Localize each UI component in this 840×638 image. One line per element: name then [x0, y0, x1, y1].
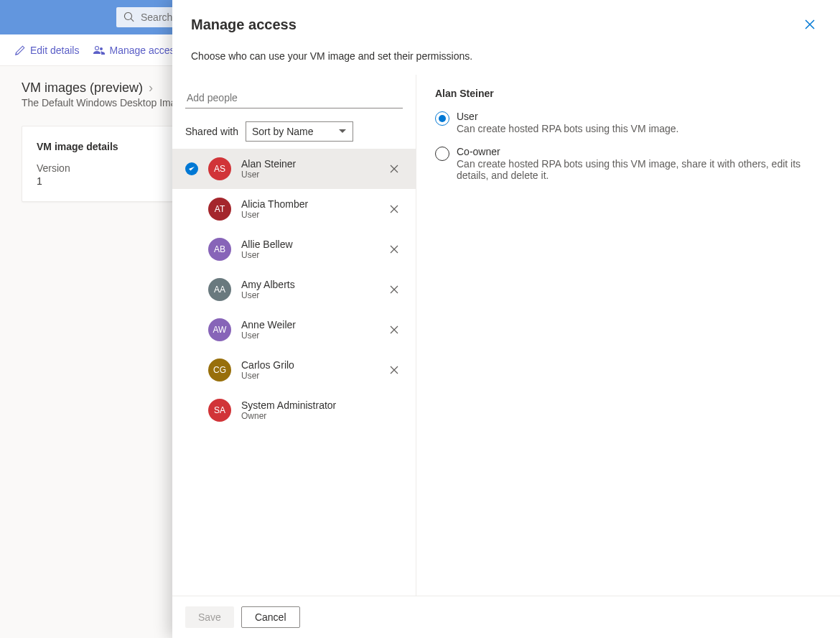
- x-icon: [390, 165, 398, 173]
- save-button[interactable]: Save: [185, 606, 234, 628]
- person-name: Alicia Thomber: [241, 198, 375, 210]
- manage-access-panel: Manage access Choose who can use your VM…: [172, 0, 840, 638]
- search-icon: [123, 11, 135, 23]
- panel-header: Manage access: [172, 0, 840, 39]
- people-column: Shared with Sort by Name ASAlan SteinerU…: [172, 75, 416, 596]
- radio-text: UserCan create hosted RPA bots using thi…: [457, 111, 821, 134]
- person-role: User: [241, 170, 375, 180]
- x-icon: [390, 366, 398, 374]
- manage-access-button[interactable]: Manage access: [93, 45, 179, 56]
- person-role: Owner: [241, 411, 375, 421]
- chevron-right-icon: ›: [149, 80, 153, 96]
- permissions-column: Alan Steiner UserCan create hosted RPA b…: [416, 75, 840, 596]
- remove-person-button[interactable]: [386, 361, 403, 379]
- person-role: User: [241, 250, 375, 260]
- role-radio-co-owner[interactable]: Co-ownerCan create hosted RPA bots using…: [435, 146, 821, 181]
- person-info: Alicia ThomberUser: [241, 198, 375, 220]
- person-info: System AdministratorOwner: [241, 399, 375, 421]
- add-people-input[interactable]: [185, 88, 403, 108]
- person-row[interactable]: SASystem AdministratorOwner: [172, 390, 416, 430]
- person-info: Anne WeilerUser: [241, 319, 375, 341]
- radio-icon: [435, 111, 449, 126]
- manage-access-label: Manage access: [109, 45, 179, 56]
- radio-label: User: [457, 111, 821, 122]
- person-row[interactable]: CGCarlos GriloUser: [172, 350, 416, 390]
- person-role: User: [241, 210, 375, 220]
- selected-person-name: Alan Steiner: [435, 88, 821, 99]
- avatar: AA: [208, 278, 231, 301]
- edit-details-button[interactable]: Edit details: [14, 45, 79, 56]
- radio-label: Co-owner: [457, 146, 821, 157]
- x-icon: [390, 285, 398, 294]
- panel-title: Manage access: [191, 17, 297, 33]
- close-button[interactable]: [798, 13, 821, 36]
- person-role: User: [241, 330, 375, 341]
- person-row[interactable]: ABAllie BellewUser: [172, 229, 416, 269]
- chevron-down-icon: [338, 127, 347, 136]
- person-info: Amy AlbertsUser: [241, 279, 375, 300]
- person-info: Carlos GriloUser: [241, 359, 375, 381]
- person-name: Carlos Grilo: [241, 359, 375, 371]
- radio-text: Co-ownerCan create hosted RPA bots using…: [457, 146, 821, 181]
- avatar: AT: [208, 198, 231, 221]
- check-icon: [185, 162, 198, 175]
- person-info: Alan SteinerUser: [241, 158, 375, 180]
- panel-footer: Save Cancel: [172, 596, 840, 638]
- x-icon: [390, 245, 398, 254]
- avatar: AS: [208, 157, 231, 180]
- avatar: AB: [208, 238, 231, 261]
- person-name: Allie Bellew: [241, 239, 375, 250]
- avatar: CG: [208, 359, 231, 382]
- radio-description: Can create hosted RPA bots using this VM…: [457, 158, 821, 181]
- people-icon: [93, 45, 105, 56]
- person-row[interactable]: AWAnne WeilerUser: [172, 310, 416, 350]
- x-icon: [390, 205, 398, 213]
- remove-person-button[interactable]: [386, 281, 403, 298]
- person-role: User: [241, 290, 375, 300]
- person-name: Anne Weiler: [241, 319, 375, 330]
- shared-with-label: Shared with: [185, 126, 238, 137]
- person-info: Allie BellewUser: [241, 239, 375, 260]
- check-slot: [185, 162, 198, 175]
- person-role: User: [241, 371, 375, 381]
- pencil-icon: [14, 45, 26, 56]
- person-row[interactable]: ASAlan SteinerUser: [172, 149, 416, 189]
- person-row[interactable]: ATAlicia ThomberUser: [172, 189, 416, 229]
- close-icon: [805, 19, 815, 29]
- person-row[interactable]: AAAmy AlbertsUser: [172, 269, 416, 310]
- remove-person-button[interactable]: [386, 241, 403, 258]
- cancel-button[interactable]: Cancel: [241, 606, 300, 628]
- people-list: ASAlan SteinerUserATAlicia ThomberUserAB…: [172, 149, 416, 430]
- person-name: System Administrator: [241, 399, 375, 411]
- person-name: Alan Steiner: [241, 158, 375, 170]
- role-radio-user[interactable]: UserCan create hosted RPA bots using thi…: [435, 111, 821, 134]
- remove-person-button[interactable]: [386, 321, 403, 338]
- person-name: Amy Alberts: [241, 279, 375, 290]
- radio-icon: [435, 147, 449, 161]
- remove-person-button[interactable]: [386, 200, 403, 218]
- x-icon: [390, 325, 398, 334]
- avatar: AW: [208, 318, 231, 341]
- panel-description: Choose who can use your VM image and set…: [172, 50, 840, 75]
- breadcrumb-root[interactable]: VM images (preview): [22, 80, 143, 96]
- sort-value: Sort by Name: [252, 126, 314, 137]
- sort-dropdown[interactable]: Sort by Name: [246, 121, 353, 142]
- edit-details-label: Edit details: [30, 45, 79, 56]
- remove-person-button[interactable]: [386, 160, 403, 177]
- radio-description: Can create hosted RPA bots using this VM…: [457, 123, 821, 134]
- avatar: SA: [208, 399, 231, 422]
